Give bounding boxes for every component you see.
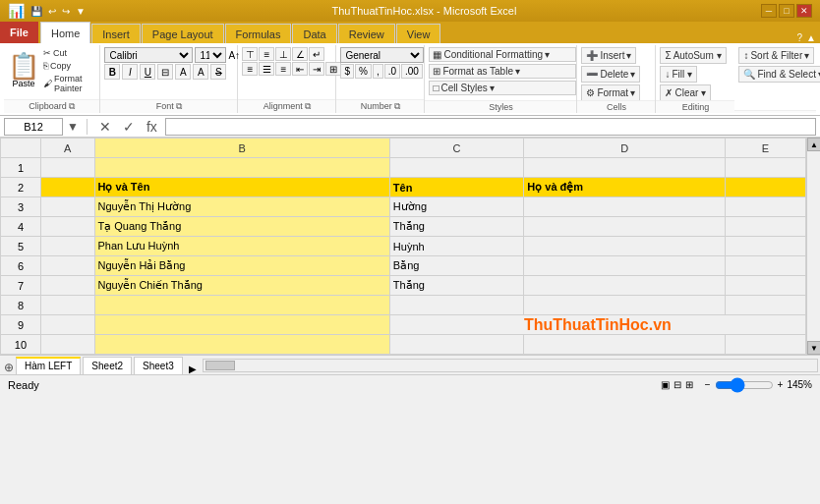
cell-a6[interactable] [40,256,94,276]
col-header-d[interactable]: D [524,139,726,158]
increase-indent-button[interactable]: ⇥ [309,62,324,76]
tab-view[interactable]: View [396,24,441,43]
cell-d2[interactable]: Họ và đệm [524,178,726,197]
align-middle-button[interactable]: ≡ [259,47,274,61]
font-color-button[interactable]: A [193,64,208,80]
text-angle-button[interactable]: ∠ [292,47,308,61]
number-format-select[interactable]: General Number Currency Percentage [340,47,424,63]
autosum-button[interactable]: Σ AutoSum ▾ [660,47,726,64]
underline-button[interactable]: U [140,64,155,80]
redo-icon[interactable]: ↪ [60,5,72,18]
align-left-button[interactable]: ≡ [242,62,258,76]
cell-c5[interactable]: Huỳnh [389,237,524,256]
cell-c10[interactable] [389,335,524,355]
cell-e7[interactable] [726,276,806,296]
tab-file[interactable]: File [0,22,38,43]
align-center-button[interactable]: ☰ [259,62,274,76]
decrease-indent-button[interactable]: ⇤ [292,62,308,76]
alignment-expand-icon[interactable]: ⧉ [305,101,311,111]
close-button[interactable]: ✕ [796,4,812,18]
zoom-decrease-icon[interactable]: − [705,379,711,390]
cell-e1[interactable] [726,158,806,178]
confirm-formula-button[interactable]: ✓ [119,119,139,135]
insert-function-button[interactable]: fx [143,119,161,135]
cell-a3[interactable] [40,197,94,217]
tab-formulas[interactable]: Formulas [225,24,292,43]
comma-button[interactable]: , [373,64,383,79]
save-icon[interactable]: 💾 [29,5,44,18]
paste-button[interactable]: 📋 Paste [8,53,39,88]
zoom-slider[interactable] [715,377,774,393]
cell-d3[interactable] [524,197,726,217]
insert-button[interactable]: ➕ Insert ▾ [581,47,636,64]
more-sheets-icon[interactable]: ▶ [189,364,197,374]
cell-a10[interactable] [40,335,94,355]
strikethrough-button[interactable]: S [210,64,226,80]
format-as-table-button[interactable]: ⊞ Format as Table ▾ [429,64,576,79]
cell-e4[interactable] [726,217,806,237]
scroll-down-button[interactable]: ▼ [807,341,820,355]
spreadsheet-scroll-area[interactable]: A B C D E 1 [0,138,806,355]
undo-icon[interactable]: ↩ [46,5,58,18]
bold-button[interactable]: B [104,64,120,80]
font-expand-icon[interactable]: ⧉ [176,101,182,111]
cell-a4[interactable] [40,217,94,237]
formula-input[interactable] [165,118,816,136]
increase-decimal-button[interactable]: .00 [401,64,423,79]
cell-d8[interactable] [524,296,726,315]
cell-b2[interactable]: Họ và Tên [94,178,389,197]
cell-d1[interactable] [524,158,726,178]
cell-b3[interactable]: Nguyễn Thị Hường [94,197,389,217]
find-select-button[interactable]: 🔍 Find & Select ▾ [738,66,820,83]
conditional-formatting-button[interactable]: ▦ Conditional Formatting ▾ [429,47,576,62]
font-name-select[interactable]: Calibri [104,47,193,63]
tab-review[interactable]: Review [338,24,395,43]
cell-b6[interactable]: Nguyễn Hải Bằng [94,256,389,276]
cell-b9[interactable] [94,315,389,335]
cell-a1[interactable] [40,158,94,178]
wrap-text-button[interactable]: ↵ [309,47,324,61]
cell-a2[interactable] [40,178,94,197]
cell-c2[interactable]: Tên [389,178,524,197]
cell-c6[interactable]: Bằng [389,256,524,276]
cell-b8[interactable] [94,296,389,315]
format-button[interactable]: ⚙ Format ▾ [581,84,640,101]
scroll-up-button[interactable]: ▲ [807,138,820,151]
fill-color-button[interactable]: A [175,64,191,80]
copy-button[interactable]: ⎘ Copy [41,60,95,72]
cell-d10[interactable] [524,335,726,355]
page-break-view-icon[interactable]: ⊞ [685,379,693,390]
cell-b1[interactable] [94,158,389,178]
cell-a8[interactable] [40,296,94,315]
cell-a9[interactable] [40,315,94,335]
cell-d7[interactable] [524,276,726,296]
cell-b7[interactable]: Nguyễn Chiến Thắng [94,276,389,296]
sheet-tab-sheet3[interactable]: Sheet3 [134,357,183,374]
fill-button[interactable]: ↓ Fill ▾ [660,66,697,83]
delete-button[interactable]: ➖ Delete ▾ [581,66,640,83]
cell-b10[interactable] [94,335,389,355]
cell-d4[interactable] [524,217,726,237]
decrease-decimal-button[interactable]: .0 [384,64,400,79]
cell-d5[interactable] [524,237,726,256]
cell-a7[interactable] [40,276,94,296]
number-expand-icon[interactable]: ⧉ [394,101,400,111]
sort-filter-button[interactable]: ↕ Sort & Filter ▾ [738,47,814,64]
align-right-button[interactable]: ≡ [275,62,291,76]
col-header-b[interactable]: B [94,139,389,158]
cell-c4[interactable]: Thắng [389,217,524,237]
cell-c7[interactable]: Thắng [389,276,524,296]
help-icon[interactable]: ? [797,32,803,43]
tab-data[interactable]: Data [292,24,336,43]
restore-button[interactable]: □ [779,4,794,18]
tab-page-layout[interactable]: Page Layout [142,24,224,43]
align-bottom-button[interactable]: ⊥ [275,47,291,61]
horizontal-scrollbar[interactable] [203,359,818,372]
zoom-increase-icon[interactable]: + [778,379,784,390]
col-header-e[interactable]: E [726,139,806,158]
cell-e6[interactable] [726,256,806,276]
accounting-button[interactable]: $ [340,64,354,79]
cancel-formula-button[interactable]: ✕ [95,119,115,135]
customize-icon[interactable]: ▼ [74,5,88,18]
cell-b4[interactable]: Tạ Quang Thắng [94,217,389,237]
